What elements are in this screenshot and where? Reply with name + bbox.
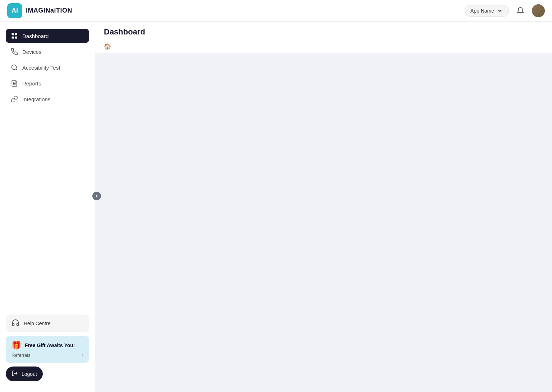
sidebar-item-accessibility[interactable]: Accesibility Test	[6, 60, 89, 75]
logo-text: IMAGINaiTION	[26, 7, 72, 14]
dashboard-icon	[11, 32, 18, 39]
page-title: Dashboard	[104, 27, 543, 37]
chevron-down-icon	[496, 7, 503, 14]
gift-icon: 🎁	[12, 341, 21, 350]
sidebar-item-dashboard[interactable]: Dashboard	[6, 29, 89, 43]
sidebar-item-label: Devices	[22, 49, 41, 55]
help-centre-button[interactable]: Help Centre	[6, 314, 89, 332]
home-icon: 🏠	[104, 43, 111, 50]
chevron-right-icon: ›	[82, 352, 83, 358]
sidebar-item-label: Dashboard	[22, 33, 49, 39]
sidebar-item-label: Integrations	[22, 96, 50, 102]
page-header: Dashboard 🏠	[95, 22, 552, 53]
referral-title: Free Gift Awaits You!	[25, 342, 75, 348]
integrations-icon	[11, 95, 18, 103]
header-right: App Name	[465, 4, 545, 17]
svg-rect-3	[15, 37, 17, 39]
app-name-dropdown[interactable]: App Name	[465, 5, 509, 17]
app-name-label: App Name	[470, 8, 494, 14]
svg-rect-1	[15, 33, 17, 36]
accessibility-icon	[11, 64, 18, 71]
logout-icon	[12, 370, 18, 378]
logout-button[interactable]: Logout	[6, 367, 43, 381]
reports-icon	[11, 80, 18, 87]
header: Ai IMAGINaiTION App Name	[0, 0, 552, 22]
main-content: Dashboard 🏠	[95, 22, 552, 392]
svg-rect-2	[12, 37, 14, 39]
sidebar-nav: Dashboard Devices Accesibility Test	[6, 29, 89, 314]
referral-header: 🎁 Free Gift Awaits You!	[12, 341, 83, 350]
breadcrumb: 🏠	[104, 40, 543, 53]
referral-footer: Referrals ›	[12, 352, 83, 358]
sidebar-item-label: Reports	[22, 80, 41, 87]
sidebar-collapse-toggle[interactable]	[92, 192, 101, 200]
sidebar: Dashboard Devices Accesibility Test	[0, 22, 95, 392]
svg-rect-0	[12, 33, 14, 36]
headphones-icon	[12, 319, 19, 328]
logout-label: Logout	[22, 371, 37, 377]
sidebar-item-integrations[interactable]: Integrations	[6, 92, 89, 106]
sidebar-item-devices[interactable]: Devices	[6, 45, 89, 59]
logo-area: Ai IMAGINaiTION	[7, 3, 72, 18]
help-centre-label: Help Centre	[24, 321, 51, 326]
notification-button[interactable]	[514, 4, 527, 17]
svg-line-5	[16, 69, 17, 70]
avatar[interactable]	[532, 4, 545, 17]
sidebar-bottom: Help Centre 🎁 Free Gift Awaits You! Refe…	[6, 314, 89, 385]
sidebar-item-label: Accesibility Test	[22, 65, 60, 71]
logo-icon: Ai	[7, 3, 22, 18]
referral-sub-label: Referrals	[12, 353, 31, 358]
referral-card[interactable]: 🎁 Free Gift Awaits You! Referrals ›	[6, 336, 89, 363]
svg-point-4	[12, 65, 17, 70]
sidebar-item-reports[interactable]: Reports	[6, 76, 89, 90]
devices-icon	[11, 48, 18, 55]
